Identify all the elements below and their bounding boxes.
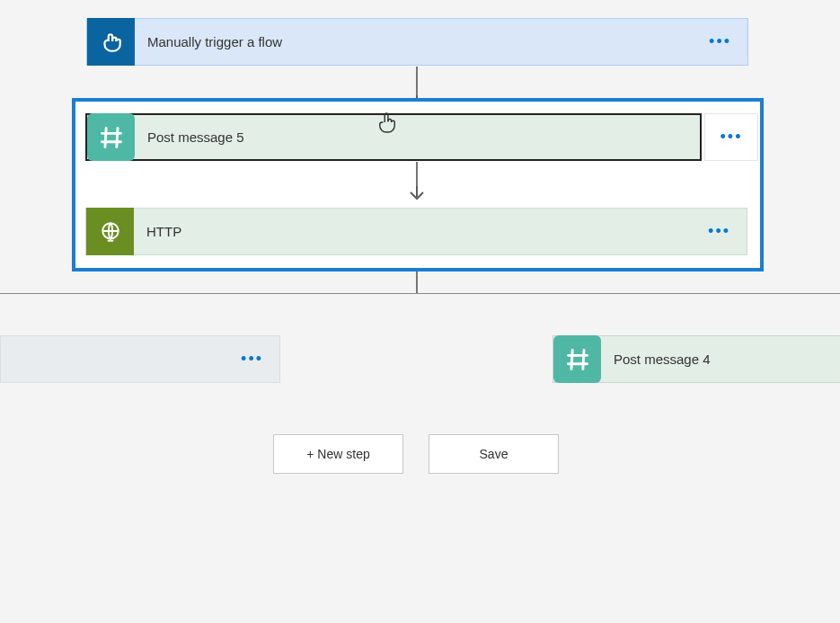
slack-hash-icon [553,335,601,383]
http-more-menu[interactable]: ••• [692,209,747,254]
branch-line [0,293,840,294]
http-card[interactable]: HTTP ••• [85,208,747,255]
connector-line [416,271,418,293]
trigger-label: Manually trigger a flow [135,34,693,49]
new-step-button[interactable]: + New step [273,434,403,474]
post-message-5-card[interactable]: Post message 5 [85,113,702,161]
post-message-4-label: Post message 4 [601,352,840,367]
manual-trigger-icon [87,18,135,66]
trigger-card[interactable]: Manually trigger a flow ••• [86,18,748,66]
post-message-5-more-menu[interactable]: ••• [704,113,758,161]
save-button[interactable]: Save [429,434,559,474]
new-step-label: + New step [306,447,369,461]
save-label: Save [480,447,508,461]
http-label: HTTP [134,224,692,239]
branch-left-card[interactable]: ••• [0,335,280,383]
branch-left-more-menu[interactable]: ••• [225,336,279,382]
connector-line [416,67,418,98]
http-globe-icon [86,208,134,255]
post-message-5-label: Post message 5 [135,129,700,145]
slack-hash-icon [87,113,135,161]
trigger-more-menu[interactable]: ••• [693,19,747,65]
arrow-down-icon [407,185,427,201]
post-message-4-card[interactable]: Post message 4 [553,335,840,383]
